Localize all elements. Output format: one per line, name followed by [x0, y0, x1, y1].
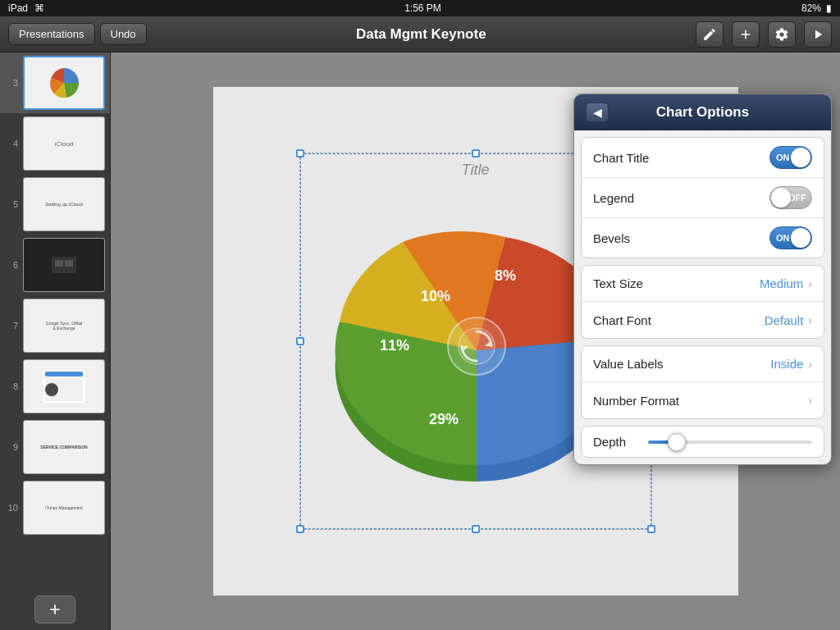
bevels-row: Bevels ON — [582, 218, 824, 258]
handle-tl[interactable] — [296, 149, 304, 158]
svg-point-7 — [45, 383, 58, 396]
text-size-chevron: › — [808, 277, 812, 290]
slide-thumb-3 — [23, 56, 105, 110]
battery-display: 82% — [801, 2, 821, 14]
svg-text:29%: 29% — [428, 411, 458, 427]
text-size-row[interactable]: Text Size Medium › — [582, 266, 824, 302]
svg-rect-2 — [55, 260, 63, 267]
slide-number-5: 5 — [5, 199, 18, 209]
handle-br[interactable] — [647, 525, 655, 533]
wifi-icon: ⌘ — [34, 2, 44, 14]
slide-number-6: 6 — [5, 260, 18, 270]
toolbar-left: Presentations Undo — [8, 23, 147, 45]
toolbar-right — [696, 21, 832, 48]
chart-title-row: Chart Title ON — [582, 138, 824, 178]
status-bar: iPad ⌘ 1:56 PM 82% ▮ — [0, 0, 840, 16]
slide-item-4[interactable]: 4 iCloud — [0, 113, 110, 174]
slide-item-9[interactable]: 9 SERVICE COMPARISON — [0, 417, 110, 477]
slide-number-4: 4 — [5, 139, 18, 148]
value-labels-current: Inside — [770, 357, 803, 371]
slide-item-6[interactable]: 6 — [0, 235, 110, 295]
thumb-8-browser — [43, 370, 84, 403]
slide-item-3[interactable]: 3 — [0, 52, 110, 113]
depth-label: Depth — [593, 435, 638, 449]
slide-item-5[interactable]: 5 Setting up iCloud — [0, 174, 110, 235]
bevels-toggle-knob — [791, 228, 810, 248]
thumb-pie-3 — [39, 62, 89, 103]
svg-rect-5 — [45, 372, 83, 377]
slide-panel: 3 — [0, 52, 111, 630]
tools-icon — [774, 27, 789, 42]
number-format-row[interactable]: Number Format › — [582, 382, 824, 418]
slide-thumb-6 — [23, 238, 105, 292]
svg-text:11%: 11% — [379, 337, 409, 354]
tools-button[interactable] — [768, 21, 796, 48]
legend-row: Legend OFF — [582, 178, 824, 218]
chart-title-label: Chart Title — [593, 151, 649, 165]
chart-title: Title — [462, 162, 490, 179]
handle-tc[interactable] — [472, 149, 480, 158]
legend-toggle-label: OFF — [788, 193, 806, 203]
presentation-title: Data Mgmt Keynote — [356, 26, 486, 43]
value-labels-label: Value Labels — [593, 357, 664, 371]
handle-bl[interactable] — [296, 525, 304, 533]
slide-item-10[interactable]: 10 iTunes Management — [0, 477, 110, 538]
wrench-button[interactable] — [696, 21, 724, 48]
slides-list: 3 — [0, 52, 110, 589]
text-size-current: Medium — [760, 276, 803, 290]
add-slide-button[interactable] — [34, 596, 75, 623]
slide-thumb-8 — [23, 359, 105, 413]
number-format-chevron: › — [808, 394, 812, 407]
plus-icon — [738, 27, 753, 42]
bevels-toggle-label: ON — [776, 233, 790, 243]
slide-item-7[interactable]: 7 Google Sync, GMail & Exchange — [0, 295, 110, 356]
main-content: 3 — [0, 52, 840, 630]
handle-ml[interactable] — [296, 337, 304, 345]
chart-font-label: Chart Font — [593, 313, 651, 327]
font-section: Text Size Medium › Chart Font Default › — [581, 265, 824, 339]
depth-section: Depth — [581, 426, 824, 458]
depth-slider-track[interactable] — [648, 441, 812, 444]
svg-rect-3 — [65, 260, 73, 267]
bevels-toggle[interactable]: ON — [769, 226, 812, 249]
chart-title-toggle-knob — [791, 148, 810, 167]
slide-thumb-10: iTunes Management — [23, 481, 105, 535]
play-button[interactable] — [804, 21, 832, 48]
presentations-button[interactable]: Presentations — [8, 23, 95, 45]
status-left: iPad ⌘ — [8, 2, 44, 14]
time-display: 1:56 PM — [404, 2, 441, 14]
slide-item-8[interactable]: 8 — [0, 356, 110, 417]
slide-number-7: 7 — [5, 321, 18, 331]
chart-font-row[interactable]: Chart Font Default › — [582, 302, 824, 338]
chart-font-chevron: › — [808, 313, 812, 326]
chart-options-panel: ◀ Chart Options Chart Title ON Legend — [573, 94, 832, 465]
undo-button[interactable]: Undo — [100, 23, 147, 45]
slide-number-10: 10 — [5, 503, 18, 513]
panel-back-button[interactable]: ◀ — [586, 103, 609, 122]
bevels-label: Bevels — [593, 231, 630, 245]
legend-toggle[interactable]: OFF — [769, 186, 812, 209]
text-size-label: Text Size — [593, 276, 643, 290]
wrench-icon — [702, 27, 717, 42]
number-format-value: › — [808, 394, 812, 407]
chart-title-toggle[interactable]: ON — [769, 146, 812, 169]
legend-toggle-knob — [771, 188, 791, 208]
slide-number-8: 8 — [5, 381, 18, 391]
add-button[interactable] — [732, 21, 760, 48]
slide-number-9: 9 — [5, 442, 18, 452]
slide-thumb-7: Google Sync, GMail & Exchange — [23, 299, 105, 353]
toolbar: Presentations Undo Data Mgmt Keynote — [0, 16, 840, 52]
canvas-area: Title — [111, 52, 840, 630]
play-icon — [810, 27, 825, 42]
legend-label: Legend — [593, 191, 634, 205]
value-labels-row[interactable]: Value Labels Inside › — [582, 346, 824, 382]
handle-bc[interactable] — [472, 525, 480, 533]
panel-title: Chart Options — [617, 104, 788, 121]
toggles-section: Chart Title ON Legend OFF Bevels — [581, 137, 824, 258]
slide-thumb-4: iCloud — [23, 116, 105, 171]
thumb-6-icon — [52, 257, 76, 273]
chart-title-toggle-label: ON — [776, 153, 790, 162]
depth-slider-thumb[interactable] — [668, 433, 686, 451]
slide-thumb-9: SERVICE COMPARISON — [23, 420, 105, 474]
text-size-value: Medium › — [760, 276, 812, 290]
